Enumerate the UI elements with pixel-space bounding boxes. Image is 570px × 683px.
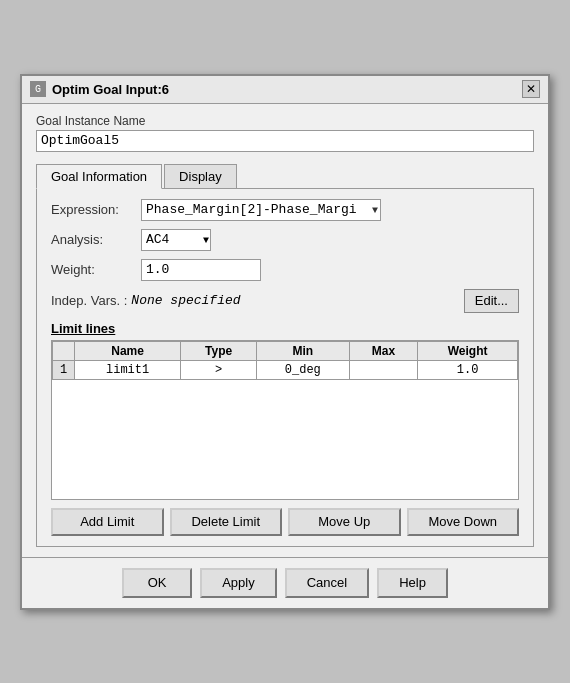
- row-max-1: [349, 360, 418, 379]
- col-weight: Weight: [418, 341, 518, 360]
- expression-wrapper: Phase_Margin[2]-Phase_Margin[3] ▼: [141, 199, 381, 221]
- analysis-wrapper: AC4 ▼: [141, 229, 211, 251]
- limit-buttons: Add Limit Delete Limit Move Up Move Down: [51, 508, 519, 536]
- dialog: G Optim Goal Input:6 ✕ Goal Instance Nam…: [20, 74, 550, 610]
- tabs: Goal Information Display: [36, 164, 534, 189]
- analysis-label: Analysis:: [51, 232, 141, 247]
- title-bar: G Optim Goal Input:6 ✕: [22, 76, 548, 104]
- col-name: Name: [75, 341, 181, 360]
- app-icon: G: [30, 81, 46, 97]
- add-limit-button[interactable]: Add Limit: [51, 508, 164, 536]
- weight-label: Weight:: [51, 262, 141, 277]
- row-type-1: >: [181, 360, 257, 379]
- analysis-row: Analysis: AC4 ▼: [51, 229, 519, 251]
- limit-table-container: Name Type Min Max Weight 1 l: [51, 340, 519, 500]
- expression-row: Expression: Phase_Margin[2]-Phase_Margin…: [51, 199, 519, 221]
- title-bar-left: G Optim Goal Input:6: [30, 81, 169, 97]
- help-button[interactable]: Help: [377, 568, 448, 598]
- table-row[interactable]: 1 limit1 > 0_deg 1.0: [53, 360, 518, 379]
- dialog-footer: OK Apply Cancel Help: [22, 557, 548, 608]
- tab-goal-information[interactable]: Goal Information: [36, 164, 162, 189]
- limit-table: Name Type Min Max Weight 1 l: [52, 341, 518, 380]
- indep-vars-row: Indep. Vars. : None specified Edit...: [51, 289, 519, 313]
- indep-vars-value: None specified: [131, 293, 240, 308]
- indep-left: Indep. Vars. : None specified: [51, 293, 241, 308]
- expression-select[interactable]: Phase_Margin[2]-Phase_Margin[3]: [141, 199, 381, 221]
- col-min: Min: [257, 341, 350, 360]
- tab-container: Goal Information Display Expression: Pha…: [36, 160, 534, 547]
- tab-display[interactable]: Display: [164, 164, 237, 188]
- apply-button[interactable]: Apply: [200, 568, 277, 598]
- indep-vars-label: Indep. Vars. :: [51, 293, 127, 308]
- limit-lines-section: Limit lines Name Type Min Max Weig: [51, 321, 519, 536]
- weight-input[interactable]: [141, 259, 261, 281]
- col-type: Type: [181, 341, 257, 360]
- goal-instance-label: Goal Instance Name: [36, 114, 534, 128]
- move-up-button[interactable]: Move Up: [288, 508, 401, 536]
- row-min-1: 0_deg: [257, 360, 350, 379]
- dialog-title: Optim Goal Input:6: [52, 82, 169, 97]
- tab-content-goal-information: Expression: Phase_Margin[2]-Phase_Margin…: [36, 189, 534, 547]
- delete-limit-button[interactable]: Delete Limit: [170, 508, 283, 536]
- table-header-row: Name Type Min Max Weight: [53, 341, 518, 360]
- cancel-button[interactable]: Cancel: [285, 568, 369, 598]
- expression-label: Expression:: [51, 202, 141, 217]
- close-button[interactable]: ✕: [522, 80, 540, 98]
- row-weight-1: 1.0: [418, 360, 518, 379]
- col-max: Max: [349, 341, 418, 360]
- analysis-select[interactable]: AC4: [141, 229, 211, 251]
- col-num: [53, 341, 75, 360]
- goal-instance-section: Goal Instance Name: [36, 114, 534, 152]
- dialog-body: Goal Instance Name Goal Information Disp…: [22, 104, 548, 557]
- goal-instance-input[interactable]: [36, 130, 534, 152]
- move-down-button[interactable]: Move Down: [407, 508, 520, 536]
- limit-lines-title: Limit lines: [51, 321, 519, 336]
- row-name-1: limit1: [75, 360, 181, 379]
- ok-button[interactable]: OK: [122, 568, 192, 598]
- weight-row: Weight:: [51, 259, 519, 281]
- edit-button[interactable]: Edit...: [464, 289, 519, 313]
- row-num-1: 1: [53, 360, 75, 379]
